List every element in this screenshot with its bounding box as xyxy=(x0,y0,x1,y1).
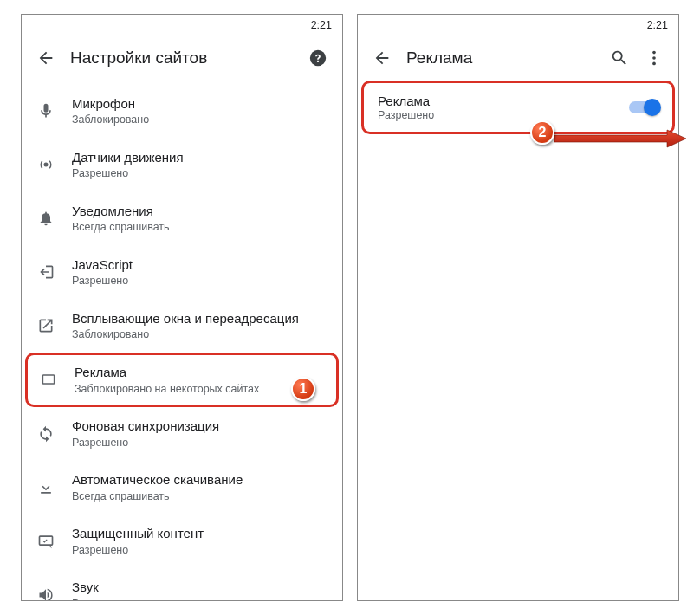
download-icon xyxy=(37,479,72,496)
status-bar: 2:21 xyxy=(358,15,678,36)
page-title: Реклама xyxy=(399,49,602,68)
screen-site-settings: 2:21 Настройки сайтов МикрофонЗаблокиров… xyxy=(21,14,343,601)
setting-javascript[interactable]: JavaScriptРазрешено xyxy=(22,245,342,299)
sync-icon xyxy=(37,425,72,443)
setting-label: Звук xyxy=(72,579,328,596)
search-button[interactable] xyxy=(602,41,637,75)
setting-label: Микрофон xyxy=(72,95,328,113)
setting-sub: Разрешено xyxy=(72,166,328,180)
page-title: Настройки сайтов xyxy=(63,49,301,68)
popup-icon xyxy=(37,317,72,334)
protected-icon xyxy=(37,533,72,550)
exit-icon xyxy=(37,263,72,281)
setting-sub: Заблокировано xyxy=(72,113,328,126)
marker-2: 2 xyxy=(530,120,554,145)
setting-label: Всплывающие окна и переадресация xyxy=(72,310,328,327)
setting-label: Уведомления xyxy=(72,203,328,220)
menu-button[interactable] xyxy=(637,41,671,75)
status-bar: 2:21 xyxy=(22,15,342,36)
setting-sub: Разрешено xyxy=(72,436,328,450)
setting-label: JavaScript xyxy=(72,256,328,274)
setting-sub: Разрешено xyxy=(72,543,328,557)
settings-list: МикрофонЗаблокировано Датчики движенияРа… xyxy=(22,81,342,601)
setting-sync[interactable]: Фоновая синхронизацияРазрешено xyxy=(22,407,342,461)
svg-rect-2 xyxy=(42,375,54,384)
setting-label: Фоновая синхронизация xyxy=(72,418,328,435)
ads-icon xyxy=(40,371,75,388)
arrow-back-icon xyxy=(373,49,392,68)
setting-label: Автоматическое скачивание xyxy=(72,471,328,489)
setting-sub: Заблокировано на некоторых сайтах xyxy=(75,382,326,396)
setting-label: Реклама xyxy=(75,364,326,381)
screen-ads-detail: 2:21 Реклама Реклама Разрешено xyxy=(357,14,679,601)
back-button[interactable] xyxy=(29,41,63,75)
help-button[interactable] xyxy=(301,41,335,75)
setting-sub: Разрешено xyxy=(72,274,328,288)
status-time: 2:21 xyxy=(311,19,332,31)
appbar-right: Реклама xyxy=(358,36,678,81)
microphone-icon xyxy=(37,102,72,120)
setting-sound[interactable]: ЗвукРазрешено xyxy=(22,568,342,601)
search-icon xyxy=(610,49,629,68)
setting-sub: Заблокировано xyxy=(72,327,328,341)
setting-notifications[interactable]: УведомленияВсегда спрашивать xyxy=(22,191,342,245)
sound-icon xyxy=(37,586,72,601)
setting-sub: Разрешено xyxy=(72,597,328,601)
toggle-sub: Разрешено xyxy=(378,109,629,121)
marker-1: 1 xyxy=(291,377,315,401)
svg-point-4 xyxy=(652,51,656,55)
status-time: 2:21 xyxy=(647,19,668,31)
svg-point-6 xyxy=(652,62,656,66)
ads-switch[interactable] xyxy=(629,101,658,113)
setting-label: Датчики движения xyxy=(72,149,328,166)
setting-sub: Всегда спрашивать xyxy=(72,220,328,234)
arrow-icon xyxy=(551,128,690,149)
setting-popups[interactable]: Всплывающие окна и переадресацияЗаблокир… xyxy=(22,299,342,353)
setting-ads[interactable]: РекламаЗаблокировано на некоторых сайтах xyxy=(25,353,339,407)
svg-point-5 xyxy=(652,56,656,60)
setting-protected[interactable]: Защищенный контентРазрешено xyxy=(22,515,342,568)
motion-icon xyxy=(37,156,72,173)
more-vert-icon xyxy=(645,49,664,68)
ads-toggle-row[interactable]: Реклама Разрешено xyxy=(361,81,675,134)
arrow-back-icon xyxy=(36,49,55,68)
toggle-label: Реклама xyxy=(378,94,629,108)
setting-label: Защищенный контент xyxy=(72,525,328,542)
setting-sub: Всегда спрашивать xyxy=(72,489,328,503)
appbar-left: Настройки сайтов xyxy=(22,36,342,81)
help-icon xyxy=(308,49,327,68)
back-button[interactable] xyxy=(365,41,399,75)
svg-point-1 xyxy=(44,163,49,167)
bell-icon xyxy=(37,210,72,227)
setting-motion[interactable]: Датчики движенияРазрешено xyxy=(22,138,342,191)
setting-microphone[interactable]: МикрофонЗаблокировано xyxy=(22,84,342,138)
setting-download[interactable]: Автоматическое скачиваниеВсегда спрашива… xyxy=(22,461,342,515)
